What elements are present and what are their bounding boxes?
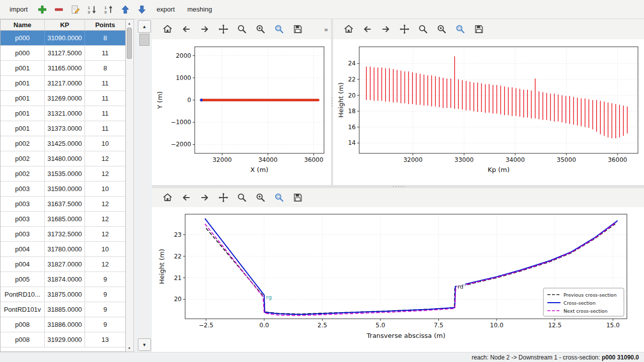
zoom-rect-button[interactable] <box>272 22 287 37</box>
table-row[interactable]: p00331590.000010 <box>1 182 125 197</box>
table-row[interactable]: PontRD10...31875.00009 <box>1 287 125 302</box>
zoomblue-icon <box>274 24 284 34</box>
table-row[interactable]: p00831929.000013 <box>1 332 125 347</box>
cell-kp: 31886.0000 <box>45 317 85 332</box>
move-down-button[interactable] <box>134 3 149 17</box>
cell-points: 12 <box>85 197 125 211</box>
panel-scroll-down-button[interactable]: ▼ <box>138 338 151 351</box>
cell-points: 8 <box>85 61 125 75</box>
pan-button[interactable] <box>216 22 231 37</box>
cell-name: p000 <box>1 46 45 60</box>
column-header-name[interactable]: Name <box>1 20 45 30</box>
meshing-button[interactable]: meshing <box>182 3 217 16</box>
y-tick-label: 20 <box>174 296 182 303</box>
y-tick-label: 22 <box>174 253 182 260</box>
back-button[interactable] <box>179 22 194 37</box>
pan-button[interactable] <box>216 190 231 205</box>
zoom-rect-button[interactable] <box>272 190 287 205</box>
table-row[interactable]: p00131269.000011 <box>1 91 125 106</box>
save-figure-button[interactable] <box>290 22 305 37</box>
forward-button[interactable] <box>378 22 393 37</box>
cell-points: 8 <box>85 31 125 45</box>
export-button[interactable]: export <box>151 3 180 16</box>
home-button[interactable] <box>160 190 175 205</box>
legend: Previous cross-sectionCross-sectionNext … <box>543 288 624 316</box>
cell-name: p001 <box>1 121 45 136</box>
pan-icon <box>399 24 410 34</box>
table-row[interactable]: p00131373.000011 <box>1 121 125 136</box>
zoom-rect-button[interactable] <box>453 22 468 37</box>
table-row[interactable]: p00331685.000012 <box>1 212 125 227</box>
add-cross-section-button[interactable] <box>35 3 50 17</box>
save-figure-button[interactable] <box>471 22 487 37</box>
zoom-in-button[interactable] <box>434 22 449 37</box>
cell-points: 13 <box>85 332 125 347</box>
zoom-button[interactable] <box>234 190 250 205</box>
plots-area: » 320003400036000200010000−1000−2000X (m… <box>152 19 644 352</box>
table-row[interactable]: p00431780.000010 <box>1 242 125 257</box>
table-row[interactable]: PontRD101v31885.00009 <box>1 302 125 317</box>
column-header-points[interactable]: Points <box>85 20 125 30</box>
panel-scrollbar-track[interactable] <box>140 33 148 338</box>
table-row[interactable]: p00331732.500012 <box>1 227 125 242</box>
cross-section-figure[interactable]: −2.50.02.55.07.510.012.515.020212223Tran… <box>152 207 644 352</box>
table-row[interactable]: p00131217.000011 <box>1 76 125 91</box>
table-row[interactable]: p00831886.00009 <box>1 317 125 332</box>
toolbar-overflow-button[interactable]: » <box>322 23 330 35</box>
scroll-up-arrow-icon[interactable]: ▲ <box>126 20 133 26</box>
plan-view-nav-toolbar: » <box>152 19 331 39</box>
table-row[interactable]: p00231535.000012 <box>1 166 125 182</box>
zoom-icon <box>418 24 428 34</box>
home-button[interactable] <box>341 22 356 37</box>
back-icon <box>362 24 372 34</box>
move-up-button[interactable] <box>118 3 133 17</box>
table-row[interactable]: p00031090.00008 <box>1 31 125 46</box>
remove-cross-section-button[interactable] <box>51 3 66 17</box>
scrollbar-thumb[interactable] <box>127 28 132 59</box>
scroll-down-arrow-icon[interactable]: ▼ <box>126 345 133 351</box>
table-row[interactable]: p00231425.000010 <box>1 136 125 151</box>
panel-scrollbar[interactable]: ▲ ▼ <box>138 20 151 351</box>
home-button[interactable] <box>160 22 175 37</box>
zoom-button[interactable] <box>416 22 431 37</box>
table-row[interactable]: p00031127.500011 <box>1 46 125 61</box>
cell-points: 11 <box>85 91 125 106</box>
x-tick-label: 32000 <box>404 156 423 163</box>
table-row[interactable]: p00231480.000012 <box>1 151 125 166</box>
zoom-button[interactable] <box>234 22 250 37</box>
back-button[interactable] <box>360 22 375 37</box>
zoomplus-icon <box>256 24 266 34</box>
longitudinal-profile-panel: 3200033000340003500036000141618202224Kp … <box>333 19 644 185</box>
table-row[interactable]: p00331637.500012 <box>1 197 125 212</box>
plan-view-figure[interactable]: 320003400036000200010000−1000−2000X (m)Y… <box>152 39 331 185</box>
edit-cross-section-button[interactable] <box>68 3 83 17</box>
table-row[interactable]: p00431827.000012 <box>1 257 125 272</box>
sort-descending-button[interactable]: 19 <box>85 3 100 17</box>
cell-points: 11 <box>85 121 125 136</box>
zoom-in-button[interactable] <box>253 190 268 205</box>
table-row[interactable]: p00131321.000011 <box>1 106 125 121</box>
main-toolbar: import1919exportmeshing <box>0 0 644 19</box>
table-scrollbar[interactable]: ▲ ▼ <box>126 19 134 352</box>
panel-scrollbar-thumb[interactable] <box>139 34 149 46</box>
table-row[interactable]: p00531874.00009 <box>1 272 125 287</box>
selected-cross-section-marker <box>200 99 203 102</box>
y-axis-label: Height (m) <box>158 249 166 284</box>
table-row[interactable]: p00131165.00008 <box>1 61 125 76</box>
longitudinal-profile-figure[interactable]: 3200033000340003500036000141618202224Kp … <box>333 39 644 185</box>
cell-kp: 31885.0000 <box>45 302 85 317</box>
forward-button[interactable] <box>197 22 212 37</box>
sort-ascending-button[interactable]: 19 <box>101 3 116 17</box>
save-figure-button[interactable] <box>290 190 305 205</box>
import-button[interactable]: import <box>4 3 33 16</box>
cell-name: p001 <box>1 76 45 90</box>
pan-button[interactable] <box>397 22 412 37</box>
panel-scroll-up-button[interactable]: ▲ <box>138 20 151 33</box>
back-button[interactable] <box>179 190 194 205</box>
column-header-kp[interactable]: KP <box>45 20 85 30</box>
zoom-in-button[interactable] <box>253 22 268 37</box>
y-tick-label: 18 <box>348 108 356 115</box>
cross-section-nav-toolbar <box>152 188 644 207</box>
cell-name: p005 <box>1 272 45 287</box>
forward-button[interactable] <box>197 190 212 205</box>
